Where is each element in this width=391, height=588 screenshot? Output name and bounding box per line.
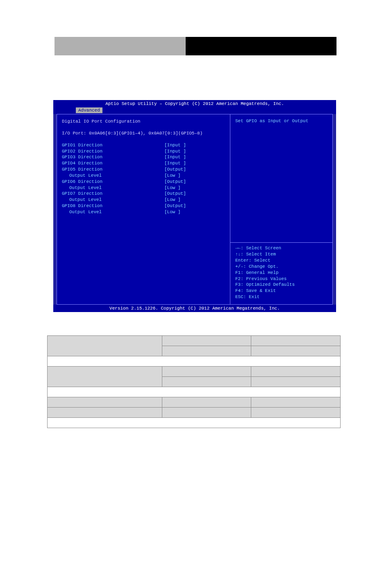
bios-screenshot: Aptio Setup Utility – Copyright (C) 2012… [53,100,336,311]
table-cell [251,377,341,387]
gpio-label: GPIO6 Direction [62,179,164,185]
table-cell [162,397,251,408]
gpio-label: GPIO2 Direction [62,148,164,155]
help-divider [230,242,332,243]
gpio-label: GPIO8 Direction [62,203,164,209]
gpio-value[interactable]: [Low ] [164,209,181,215]
gpio-label: GPIO4 Direction [62,160,164,166]
nav-help-line: F3: Optimized Defaults [235,282,327,288]
gpio-row[interactable]: Output Level[Low ] [62,209,225,215]
gpio-label: Output Level [62,197,164,203]
help-description: Set GPIO as Input or Output [235,119,327,123]
gpio-value[interactable]: [Input ] [164,142,186,148]
table-row [48,408,341,418]
gpio-row[interactable]: GPIO1 Direction[Input ] [62,142,225,148]
gpio-value[interactable]: [Low ] [164,185,181,191]
table-cell [251,408,341,418]
table-cell [251,397,341,408]
header-bar [55,37,336,55]
bios-title-bar: Aptio Setup Utility – Copyright (C) 2012… [53,100,336,107]
table-cell [48,418,341,428]
table-row [48,336,341,346]
nav-help-line: →←: Select Screen [235,245,327,251]
gpio-value[interactable]: [Output] [164,166,186,173]
dio-heading: Digital IO Port Configuration [62,119,225,125]
table-row [48,418,341,428]
tab-advanced[interactable]: Advanced [76,107,102,113]
nav-help-line: ↑↓: Select Item [235,251,327,258]
gpio-label: GPIO7 Direction [62,191,164,197]
bios-right-panel: Set GPIO as Input or Output →←: Select S… [230,114,333,305]
nav-help-line: +/-: Change Opt. [235,264,327,270]
gpio-label: Output Level [62,209,164,215]
gpio-row[interactable]: GPIO2 Direction[Input ] [62,148,225,155]
gpio-label: Output Level [62,173,164,179]
gpio-value[interactable]: [Output] [164,179,186,185]
gpio-label: GPIO1 Direction [62,142,164,148]
gpio-row[interactable]: GPIO6 Direction[Output] [62,179,225,185]
nav-help-line: Enter: Select [235,258,327,264]
gpio-value[interactable]: [Low ] [164,197,181,203]
header-gray-block [55,37,186,55]
gpio-value[interactable]: [Input ] [164,154,186,160]
table-row [48,397,341,408]
table-cell [162,336,251,346]
bios-body: Digital IO Port Configuration I/O Port: … [53,114,336,305]
bios-left-panel: Digital IO Port Configuration I/O Port: … [57,114,230,305]
table-cell [162,346,251,356]
gpio-row[interactable]: GPIO4 Direction[Input ] [62,160,225,166]
gpio-row[interactable]: Output Level[Low ] [62,173,225,179]
gpio-label: GPIO5 Direction [62,166,164,173]
gpio-row[interactable]: GPIO3 Direction[Input ] [62,154,225,160]
bios-footer: Version 2.15.1226. Copyright (C) 2012 Am… [53,305,336,312]
nav-help: →←: Select Screen↑↓: Select ItemEnter: S… [235,245,327,300]
table-cell [48,397,162,408]
gpio-label: GPIO3 Direction [62,154,164,160]
gpio-row[interactable]: Output Level[Low ] [62,197,225,203]
nav-help-line: F1: General Help [235,270,327,276]
bios-tab-row: Advanced [53,107,336,114]
table-cell [48,336,162,356]
table-cell [162,377,251,387]
header-black-block [186,37,336,55]
gpio-row[interactable]: GPIO8 Direction[Output] [62,203,225,209]
nav-help-line: F4: Save & Exit [235,288,327,294]
table-cell [251,367,341,377]
gpio-value[interactable]: [Output] [164,191,186,197]
table-cell [162,408,251,418]
table-row [48,367,341,377]
gpio-row[interactable]: Output Level[Low ] [62,185,225,191]
table-cell [48,367,162,387]
table-row [48,387,341,397]
nav-help-line: ESC: Exit [235,294,327,300]
gpio-value[interactable]: [Low ] [164,173,181,179]
gpio-rows: GPIO1 Direction[Input ]GPIO2 Direction[I… [62,142,225,215]
table-cell [162,367,251,377]
table-cell [251,346,341,356]
gpio-row[interactable]: GPIO5 Direction[Output] [62,166,225,173]
table-cell [48,387,341,397]
table-row [48,356,341,367]
table-cell [251,336,341,346]
table-cell [48,356,341,367]
gpio-row[interactable]: GPIO7 Direction[Output] [62,191,225,197]
gpio-value[interactable]: [Output] [164,203,186,209]
gpio-value[interactable]: [Input ] [164,148,186,155]
ioport-line: I/O Port: 0x0A06[0:3](GPIO1–4), 0x0A07[0… [62,130,225,137]
gpio-value[interactable]: [Input ] [164,160,186,166]
gpio-label: Output Level [62,185,164,191]
nav-help-line: F2: Previous Values [235,276,327,282]
options-table [47,335,341,428]
table-cell [48,408,162,418]
